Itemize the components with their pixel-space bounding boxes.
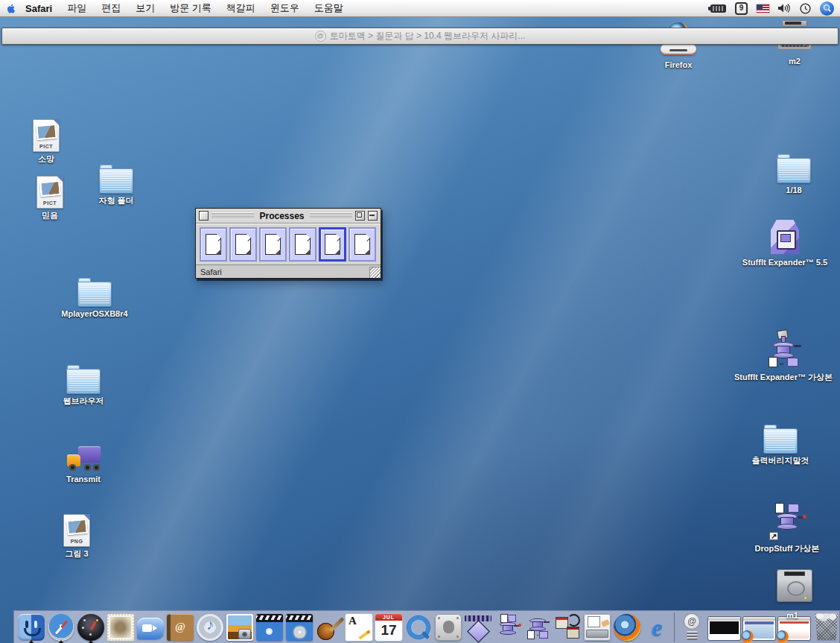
dock-minimized-window-quicktime[interactable] (708, 617, 740, 640)
dock-mail-icon[interactable] (107, 614, 134, 641)
process-tiles (196, 224, 381, 265)
processes-titlebar[interactable]: Processes (196, 209, 381, 224)
dock-dashboard-icon[interactable] (77, 614, 104, 641)
desktop-icon-webbrowser-folder[interactable]: 웹브라우저 (39, 369, 128, 406)
dock-printer-setup-icon[interactable] (584, 614, 611, 641)
dock-imovie-icon[interactable] (256, 614, 283, 641)
collapse-box[interactable] (368, 211, 378, 221)
process-status-bar: Safari (196, 265, 381, 278)
stuffit-expander-vise-icon: ↔ (764, 332, 803, 370)
m1-drive-label: m1 (786, 611, 798, 620)
dock-dropstuff-classic-icon[interactable]: ↓ (494, 614, 521, 641)
process-tile[interactable] (200, 227, 227, 262)
dock-ichat-icon[interactable] (137, 618, 164, 639)
folder-icon (77, 282, 112, 307)
desktop-icon-118-folder[interactable]: 1/18 (749, 158, 839, 195)
close-box[interactable] (199, 211, 209, 221)
desktop-icon-jahyeong-folder[interactable]: 자형 폴더 (86, 168, 146, 206)
folder-icon (763, 428, 798, 454)
folder-icon (66, 369, 101, 394)
folder-icon (99, 168, 133, 194)
desktop-icon-mideum[interactable]: PICT 믿음 (20, 176, 80, 221)
menu-help[interactable]: 도움말 (307, 1, 351, 15)
dock-separator (674, 612, 675, 642)
desktop: PICT 소망 PICT 믿음 자형 폴더 MplayerOSXB8r4 웹브라… (0, 0, 840, 643)
process-tile[interactable] (349, 227, 376, 262)
desktop-icon-mplayerosx[interactable]: MplayerOSXB8r4 (50, 282, 139, 319)
collapsed-window-title: 토마토맥 > 질문과 답 > 10.4 웹브라우저 사파리... (330, 30, 526, 42)
us-flag-input-icon[interactable] (757, 4, 769, 13)
dock-trash-full-icon[interactable] (813, 614, 840, 641)
dock-minimized-window-firefox-1[interactable] (743, 617, 775, 640)
desktop-icon-output-folder[interactable]: 출력버리지말것 (736, 428, 825, 466)
dock-webloc-at-spring-icon[interactable] (678, 614, 705, 641)
dock-address-book-icon[interactable] (167, 614, 194, 641)
menu-view[interactable]: 보기 (128, 1, 162, 15)
apple-menu[interactable] (0, 3, 22, 14)
apple-icon (6, 3, 16, 14)
desktop-icon-stuffit-expander-alias[interactable]: ↔ StuffIt Expander™ 가상본 (731, 332, 836, 382)
stuffit-expander-icon (768, 218, 802, 256)
menu-bar: Safari 파일 편집 보기 방문 기록 책갈피 윈도우 도움말 9 (0, 0, 840, 17)
dock-iphoto-icon[interactable] (226, 614, 253, 641)
desktop-icon-soman[interactable]: PICT 소망 (16, 119, 76, 164)
dock-movieplayer-classic-icon[interactable] (465, 614, 491, 641)
active-process-name: Safari (200, 267, 222, 276)
dock-safari-icon[interactable] (48, 614, 74, 641)
process-tile[interactable] (289, 227, 316, 262)
menu-edit[interactable]: 편집 (94, 1, 128, 15)
ical-month: JUL (375, 614, 402, 621)
dock-firefox-icon[interactable] (614, 614, 640, 641)
dock-ical-icon[interactable]: JUL 17 (375, 614, 402, 641)
processes-window: Processes Safari (195, 208, 381, 279)
classic-environment-icon[interactable]: 9 (735, 2, 748, 15)
desktop-icon-transmit[interactable]: Transmit (39, 444, 128, 484)
dock: JUL 17 ↓ ↔ (13, 610, 840, 643)
titlebar-stripes (211, 212, 254, 219)
folder-icon (777, 158, 811, 183)
menu-window[interactable]: 윈도우 (263, 1, 307, 15)
dock-finder-icon[interactable] (18, 614, 45, 641)
menu-bookmarks[interactable]: 책갈피 (219, 1, 263, 15)
menu-history[interactable]: 방문 기록 (162, 1, 219, 15)
dock-system-preferences-icon[interactable] (435, 614, 462, 641)
dock-idvd-icon[interactable] (286, 614, 313, 641)
window-title: Processes (257, 211, 306, 221)
dock-minimized-window-firefox-2[interactable] (778, 617, 810, 640)
dock-disk-copy-classic-icon[interactable] (554, 614, 581, 641)
dock-itunes-icon[interactable] (197, 614, 223, 641)
desktop-icon-stuffit-expander-55[interactable]: StuffIt Expander™ 5.5 (728, 218, 840, 267)
running-indicator (88, 640, 94, 643)
pict-file-icon: PICT (33, 119, 60, 152)
running-indicator (58, 640, 64, 643)
spotlight-icon[interactable] (820, 1, 834, 16)
process-tile[interactable] (259, 227, 287, 262)
dock-quicktime-icon[interactable] (405, 614, 432, 641)
desktop-icon-dropstuff-alias[interactable]: ↓ ↗ DropStuff 가상본 (742, 503, 832, 554)
transmit-truck-icon (65, 444, 102, 472)
dock-stuffit-expander-classic-icon[interactable]: ↔ (524, 614, 551, 641)
volume-icon[interactable] (778, 3, 791, 13)
desktop-icon-geurim3[interactable]: PNG 그림 3 (32, 514, 121, 559)
process-tile-selected[interactable] (319, 227, 346, 262)
dock-internet-explorer-icon[interactable] (643, 614, 670, 641)
menu-file[interactable]: 파일 (60, 1, 94, 15)
ical-day: 17 (375, 621, 402, 640)
collapsed-window-titlebar[interactable]: @ 토마토맥 > 질문과 답 > 10.4 웹브라우저 사파리... (1, 28, 839, 45)
dock-appleworks-icon[interactable] (346, 614, 372, 641)
at-favicon: @ (315, 31, 326, 42)
menu-app-name[interactable]: Safari (22, 3, 60, 14)
titlebar-stripes (310, 212, 352, 219)
clock-icon[interactable] (800, 3, 811, 14)
resize-grip[interactable] (369, 267, 381, 278)
battery-icon[interactable] (710, 4, 726, 13)
dock-garageband-icon[interactable] (316, 614, 343, 641)
desktop-icon-m1-drive[interactable] (750, 568, 839, 605)
pict-file-icon: PICT (36, 176, 63, 209)
firefox-badge-icon (776, 630, 789, 643)
dropstuff-vise-icon: ↓ ↗ (768, 503, 806, 542)
png-file-icon: PNG (63, 514, 90, 547)
zoom-box[interactable] (355, 211, 365, 221)
process-tile[interactable] (229, 227, 257, 262)
firefox-badge-icon (741, 630, 754, 643)
